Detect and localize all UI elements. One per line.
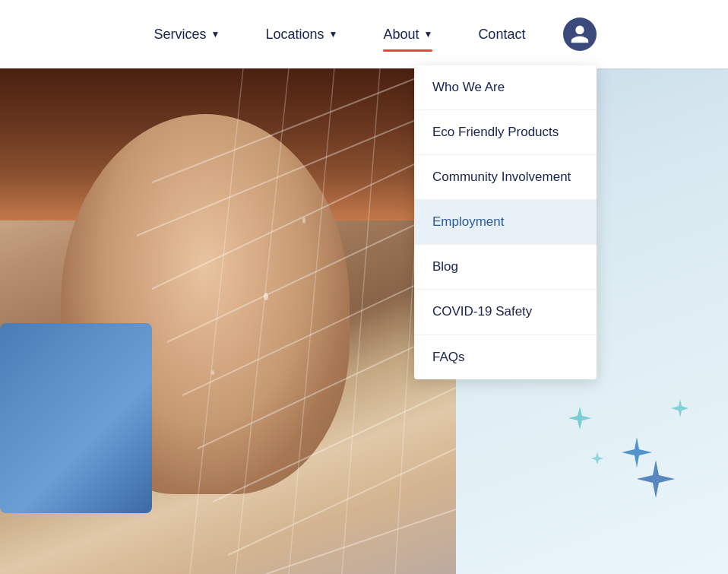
nav-label-about: About: [383, 27, 419, 43]
svg-marker-20: [637, 460, 675, 498]
dropdown-item-eco-friendly[interactable]: Eco Friendly Products: [414, 110, 597, 155]
nav-label-contact: Contact: [478, 27, 525, 43]
svg-marker-18: [622, 437, 652, 468]
chevron-down-icon: ▼: [211, 29, 220, 40]
svg-line-8: [266, 509, 456, 574]
nav-label-locations: Locations: [265, 27, 324, 43]
sparkle-svg: [546, 392, 713, 528]
nav-item-about[interactable]: About ▼: [360, 21, 455, 49]
hero-section: [0, 68, 728, 574]
about-dropdown: Who We Are Eco Friendly Products Communi…: [414, 65, 597, 379]
svg-marker-19: [671, 399, 688, 417]
dropdown-item-blog[interactable]: Blog: [414, 245, 597, 290]
svg-point-14: [264, 293, 268, 300]
svg-marker-21: [591, 452, 603, 465]
dropdown-item-covid[interactable]: COVID-19 Safety: [414, 290, 597, 335]
svg-point-16: [211, 370, 214, 375]
svg-line-11: [289, 68, 334, 574]
nav-item-contact[interactable]: Contact: [455, 21, 548, 49]
svg-line-12: [342, 68, 380, 574]
svg-line-7: [228, 449, 456, 555]
svg-point-15: [302, 217, 305, 224]
user-avatar[interactable]: [563, 17, 597, 51]
svg-line-10: [236, 68, 289, 574]
user-icon: [569, 24, 590, 45]
nav-item-locations[interactable]: Locations ▼: [242, 21, 360, 49]
hero-image: [0, 68, 456, 574]
svg-marker-17: [568, 407, 591, 430]
chevron-down-icon: ▼: [329, 29, 338, 40]
chevron-down-icon: ▼: [423, 29, 432, 40]
dropdown-item-faqs[interactable]: FAQs: [414, 335, 597, 379]
header: Services ▼ Locations ▼ About ▼ Contact: [0, 0, 728, 68]
sparkles-decoration: [546, 392, 713, 528]
svg-line-0: [152, 68, 441, 182]
dropdown-menu: Who We Are Eco Friendly Products Communi…: [414, 65, 597, 379]
main-nav: Services ▼ Locations ▼ About ▼ Contact: [131, 21, 549, 49]
dropdown-item-employment[interactable]: Employment: [414, 200, 597, 245]
hero-streaks: [0, 68, 456, 574]
nav-item-services[interactable]: Services ▼: [131, 21, 243, 49]
nav-label-services: Services: [154, 27, 207, 43]
dropdown-item-who-we-are[interactable]: Who We Are: [414, 65, 597, 110]
dropdown-item-community[interactable]: Community Involvement: [414, 155, 597, 200]
svg-line-9: [190, 68, 243, 574]
